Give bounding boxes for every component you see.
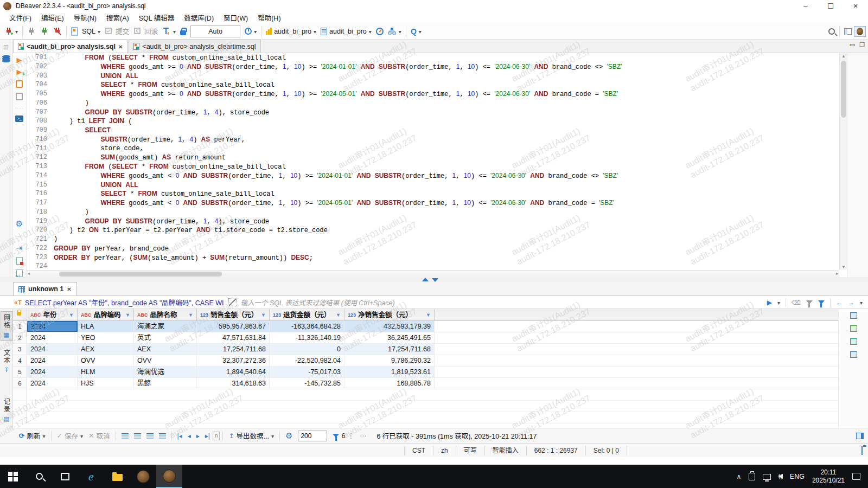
- new-connection-caret[interactable]: [15, 28, 18, 35]
- maximize-view-icon[interactable]: ❐: [859, 41, 865, 48]
- cell[interactable]: -22,520,982.04: [270, 355, 344, 366]
- cell[interactable]: HLA: [78, 321, 134, 332]
- search-button[interactable]: Q: [409, 25, 424, 38]
- editor-tab-0[interactable]: <audit_bi_pro> analysis.sql: [13, 40, 127, 53]
- presentation-tab-0[interactable]: 网格▦: [1, 311, 12, 341]
- next-page-button[interactable]: ▸: [194, 432, 202, 440]
- cell[interactable]: 47,571,631.84: [197, 332, 270, 343]
- add-row-button[interactable]: [131, 433, 144, 439]
- code-text[interactable]: GROUP BY SUBSTR(order_time, 1, 4), store…: [54, 108, 269, 117]
- code-text[interactable]: UNION ALL: [54, 181, 138, 190]
- tab-close-icon[interactable]: [118, 43, 123, 50]
- sash-collapse-up-icon[interactable]: [422, 278, 429, 281]
- grid-settings-button[interactable]: [283, 431, 295, 441]
- refresh-button[interactable]: 刷新: [16, 431, 48, 441]
- filter-input[interactable]: 输入一个 SQL 表达式来过滤结果 (使用 Ctrl+Space): [241, 297, 395, 307]
- cell[interactable]: 2024: [27, 355, 78, 366]
- code-text[interactable]: ORDER BY perYear, (SUM(sale_amount) + SU…: [54, 253, 313, 262]
- fetch-all-button[interactable]: n: [213, 432, 220, 440]
- dbeaver-taskbar-button-1[interactable]: [130, 465, 156, 488]
- database-navigator-icon[interactable]: [2, 55, 10, 63]
- transaction-log-button[interactable]: [160, 25, 178, 38]
- edit-cell-button[interactable]: [119, 433, 131, 439]
- grid-corner-cell[interactable]: [13, 309, 27, 320]
- more-options-icon[interactable]: ⋯: [357, 432, 369, 440]
- start-button[interactable]: [0, 465, 26, 488]
- editor-results-sash[interactable]: [0, 277, 868, 282]
- cell[interactable]: 海澜之家: [134, 321, 197, 332]
- fetch-size-input[interactable]: [298, 431, 327, 441]
- cell[interactable]: OVV: [134, 355, 197, 366]
- sql-editor[interactable]: 701 FROM (SELECT * FROM custom_online_sa…: [27, 53, 839, 270]
- scroll-left-icon[interactable]: ◂: [28, 271, 30, 276]
- console-icon[interactable]: >_: [15, 115, 23, 122]
- export-script-icon[interactable]: ⇥: [16, 244, 22, 252]
- close-button[interactable]: [843, 0, 868, 12]
- menu-item-0[interactable]: 文件(F): [4, 11, 36, 24]
- cell[interactable]: 1,894,540.64: [197, 367, 270, 377]
- connection-selector[interactable]: audit_bi_pro: [264, 25, 318, 38]
- code-text[interactable]: FROM (SELECT * FROM custom_online_sale_b…: [54, 162, 286, 171]
- open-perspective-button[interactable]: [842, 25, 854, 38]
- cell[interactable]: 0: [270, 344, 344, 355]
- code-text[interactable]: WHERE goods_amt < 0 AND SUBSTR(order_tim…: [54, 171, 618, 181]
- table-row[interactable]: 52024HLM海澜优选1,894,540.64-75,017.031,819,…: [13, 367, 838, 378]
- table-row[interactable]: 62024HJS黑鲸314,618.63-145,732.85168,885.7…: [13, 378, 838, 389]
- cell[interactable]: 9,786,290.32: [344, 355, 435, 366]
- panel-references-icon[interactable]: [850, 351, 857, 358]
- menu-item-1[interactable]: 编辑(E): [36, 11, 69, 24]
- column-filter-arrow-icon[interactable]: [69, 309, 74, 320]
- column-filter-arrow-icon[interactable]: [125, 309, 130, 320]
- cell[interactable]: 黑鲸: [134, 378, 197, 389]
- code-text[interactable]: GROUP BY perYear, brand_code: [54, 244, 169, 253]
- column-header-5[interactable]: 123净销售金额（元）: [344, 309, 435, 320]
- quick-search-button[interactable]: [826, 25, 837, 38]
- table-row[interactable]: 22024YEO英式47,571,631.84-11,326,140.1936,…: [13, 332, 838, 344]
- column-filter-arrow-icon[interactable]: [426, 309, 431, 320]
- maximize-results-button[interactable]: [853, 433, 868, 439]
- apply-filter-icon[interactable]: ▶: [767, 299, 772, 306]
- column-header-0[interactable]: ABC年份: [27, 309, 78, 320]
- cell[interactable]: 17,254,711.68: [197, 344, 270, 355]
- column-header-1[interactable]: ABC品牌编码: [78, 309, 134, 320]
- code-text[interactable]: WHERE goods_amt >= 0 AND SUBSTR(order_ti…: [54, 62, 622, 72]
- scroll-down-icon[interactable]: ▼: [841, 265, 846, 269]
- results-tab[interactable]: unknown 1: [13, 282, 77, 296]
- minimize-view-icon[interactable]: ▭: [850, 41, 855, 48]
- results-grid[interactable]: ABC年份ABC品牌编码ABC品牌名称123销售金额（元）123退货金额（元）1…: [13, 309, 838, 428]
- file-variables-icon[interactable]: [16, 269, 23, 277]
- save-filter-icon[interactable]: [818, 300, 825, 304]
- clear-filter-icon[interactable]: ⌫: [792, 299, 801, 306]
- execute-new-tab-icon[interactable]: ▶: [17, 68, 22, 75]
- tx-mode-value[interactable]: Auto: [190, 25, 240, 37]
- duplicate-row-button[interactable]: [144, 433, 156, 439]
- nav-history-caret[interactable]: [860, 299, 863, 306]
- sash-collapse-down-icon[interactable]: [432, 278, 438, 282]
- connect-button[interactable]: [25, 25, 38, 38]
- code-text[interactable]: ): [54, 235, 58, 244]
- cell[interactable]: YEO: [78, 332, 134, 343]
- cancel-button[interactable]: 取消: [86, 431, 113, 441]
- volume-tray-icon[interactable]: )): [778, 473, 782, 479]
- network-button[interactable]: [386, 25, 404, 38]
- maximize-button[interactable]: [818, 0, 843, 12]
- row-number[interactable]: 2: [13, 332, 27, 343]
- dashboard-button[interactable]: [374, 25, 386, 38]
- transaction-caret[interactable]: [173, 28, 176, 35]
- cell[interactable]: 36,245,491.65: [344, 332, 435, 343]
- internet-explorer-button[interactable]: e: [78, 465, 104, 488]
- prev-page-button[interactable]: ◂: [185, 432, 194, 440]
- presentation-tab-2[interactable]: 记录▤: [1, 396, 12, 425]
- expand-query-icon[interactable]: [228, 298, 237, 306]
- export-data-button[interactable]: ↥导出数据...: [226, 431, 277, 441]
- code-text[interactable]: WHERE goods_amt < 0 AND SUBSTR(order_tim…: [54, 198, 614, 208]
- cell[interactable]: 英式: [134, 332, 197, 343]
- execute-statement-icon[interactable]: ▶: [17, 56, 22, 63]
- column-header-3[interactable]: 123销售金额（元）: [197, 309, 270, 320]
- column-header-2[interactable]: ABC品牌名称: [134, 309, 197, 320]
- menu-item-7[interactable]: 帮助(H): [253, 11, 285, 24]
- schema-caret[interactable]: [369, 28, 372, 35]
- cell[interactable]: -75,017.03: [270, 367, 344, 377]
- file-explorer-button[interactable]: [104, 465, 130, 488]
- column-filter-arrow-icon[interactable]: [261, 309, 266, 320]
